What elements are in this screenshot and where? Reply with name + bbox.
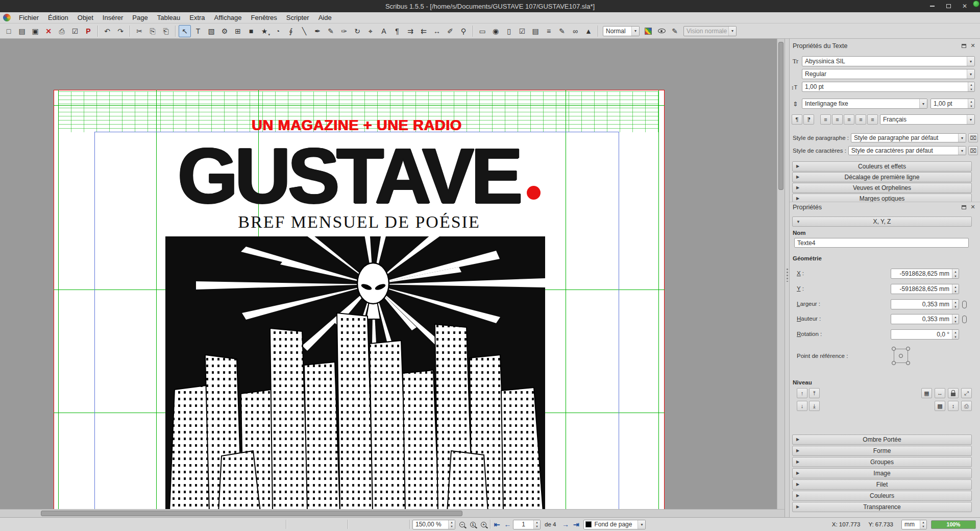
- object-name-input[interactable]: [794, 238, 969, 248]
- menu-extra[interactable]: Extra: [185, 12, 209, 23]
- width-height-link-icon[interactable]: [962, 301, 967, 308]
- next-page-button[interactable]: →: [560, 519, 571, 530]
- insert-calligraphy-icon[interactable]: ✑: [338, 25, 350, 37]
- zoom-tool-icon[interactable]: ⌖: [364, 25, 377, 37]
- line-spacing-input[interactable]: 1,00 pt ▲▼: [930, 99, 975, 109]
- zoom-in-button[interactable]: +: [478, 519, 489, 530]
- reference-point-selector[interactable]: [892, 347, 910, 365]
- document-canvas[interactable]: UN MAGAZINE + UNE RADIO GUSTAVE BREF MEN…: [0, 39, 777, 509]
- font-family-select[interactable]: Abyssinica SIL ▾: [802, 56, 975, 66]
- menu-scripter[interactable]: Scripter: [282, 12, 314, 23]
- spinner-buttons[interactable]: ▲▼: [952, 315, 959, 324]
- section-veuves-et-orphelines[interactable]: ▶Veuves et Orphelines: [792, 183, 972, 193]
- geometry-height-input[interactable]: 0,353 mm▲▼: [891, 314, 959, 324]
- horizontal-scrollbar-thumb[interactable]: [41, 511, 462, 516]
- pdf-radio-button-icon[interactable]: ◉: [489, 25, 502, 37]
- insert-arc-icon[interactable]: ◔: [272, 25, 284, 37]
- align-left-button[interactable]: ≡: [820, 114, 831, 125]
- reference-dot-center[interactable]: [899, 354, 903, 358]
- close-button[interactable]: ✕: [957, 0, 973, 12]
- unlink-text-frames-icon[interactable]: ⇇: [418, 25, 430, 37]
- close-document-icon[interactable]: ✕: [42, 25, 55, 37]
- menu-inserer[interactable]: Insérer: [98, 12, 128, 23]
- panel-splitter[interactable]: [785, 39, 789, 517]
- paragraph-ltr-button[interactable]: ¶: [792, 114, 802, 125]
- reference-dot-bottomright[interactable]: [906, 361, 910, 365]
- section-decalage-de-premiere-ligne[interactable]: ▶Décalage de première ligne: [792, 172, 972, 182]
- reference-dot-bottomleft[interactable]: [892, 361, 896, 365]
- print-document-icon[interactable]: ⎙: [56, 25, 68, 37]
- menu-fenetres[interactable]: Fenêtres: [247, 12, 282, 23]
- geometry-rotation-input[interactable]: 0,0 °▲▼: [891, 329, 959, 340]
- current-page-input[interactable]: 1 ▲▼: [513, 520, 541, 529]
- align-right-button[interactable]: ≡: [844, 114, 854, 125]
- paste-icon[interactable]: ⎗: [160, 25, 172, 37]
- flip-horizontal-button[interactable]: ↔: [935, 388, 945, 398]
- section-groupes[interactable]: ▶Groupes: [792, 457, 972, 467]
- remove-character-style-button[interactable]: ⌧: [968, 146, 978, 155]
- link-text-frames-icon[interactable]: ⇉: [404, 25, 416, 37]
- preflight-verifier-icon[interactable]: ☑: [69, 25, 81, 37]
- insert-shape-icon[interactable]: ■: [245, 25, 257, 37]
- float-panel-button[interactable]: [960, 42, 968, 50]
- open-document-icon[interactable]: ▤: [16, 25, 28, 37]
- lower-to-bottom-button[interactable]: ⤓: [809, 401, 820, 411]
- line-spacing-mode-select[interactable]: Interlignage fixe ▾: [802, 99, 927, 109]
- menu-aide[interactable]: Aide: [314, 12, 336, 23]
- magazine-subtitle-text[interactable]: BREF MENSUEL DE POÉSIE: [54, 212, 665, 232]
- font-size-input[interactable]: 1,00 pt ▲▼: [802, 82, 975, 92]
- cover-illustration[interactable]: [165, 236, 545, 509]
- minimize-button[interactable]: [924, 0, 940, 12]
- undo-icon[interactable]: ↶: [101, 25, 113, 37]
- insert-table-icon[interactable]: ⊞: [232, 25, 244, 37]
- select-item-icon[interactable]: ↖: [179, 25, 191, 37]
- unit-select[interactable]: mm ▲▼: [901, 520, 927, 529]
- magazine-kicker-text[interactable]: UN MAGAZINE + UNE RADIO: [94, 117, 619, 134]
- preview-mode-button[interactable]: [655, 25, 668, 37]
- pdf-list-box-icon[interactable]: ≡: [543, 25, 555, 37]
- spinner-buttons[interactable]: ▲▼: [968, 99, 974, 108]
- zoom-100-button[interactable]: 1: [468, 519, 478, 530]
- insert-freehand-icon[interactable]: ✎: [325, 25, 337, 37]
- geometry-width-input[interactable]: 0,353 mm▲▼: [891, 299, 959, 309]
- first-page-button[interactable]: ⇤: [492, 519, 502, 530]
- pdf-link-annotation-icon[interactable]: ∞: [569, 25, 581, 37]
- ungroup-button[interactable]: ▩: [935, 401, 945, 411]
- group-button[interactable]: ▦: [921, 388, 932, 398]
- pdf-text-field-icon[interactable]: ▯: [503, 25, 515, 37]
- spinner-buttons[interactable]: ▲▼: [952, 300, 959, 309]
- pdf-text-annotation-icon[interactable]: ✎: [556, 25, 568, 37]
- align-force-justify-button[interactable]: ≡: [867, 114, 878, 125]
- width-height-link-icon[interactable]: [962, 316, 967, 323]
- insert-bezier-icon[interactable]: ✒: [311, 25, 324, 37]
- spinner-buttons[interactable]: ▲▼: [533, 520, 540, 529]
- reference-dot-topright[interactable]: [906, 347, 910, 351]
- spinner-buttons[interactable]: ▲▼: [952, 269, 959, 278]
- section-couleurs[interactable]: ▶Couleurs: [792, 491, 972, 501]
- enable-printing-button[interactable]: ⎙: [961, 401, 972, 411]
- insert-line-icon[interactable]: ╲: [298, 25, 310, 37]
- rotate-item-icon[interactable]: ↻: [351, 25, 363, 37]
- eye-dropper-icon[interactable]: ⚲: [457, 25, 470, 37]
- font-style-select[interactable]: Regular ▾: [802, 69, 975, 79]
- lower-button[interactable]: ↓: [797, 401, 807, 411]
- copy-properties-icon[interactable]: ✐: [444, 25, 456, 37]
- copy-icon[interactable]: ⎘: [146, 25, 159, 37]
- menu-objet[interactable]: Objet: [73, 12, 98, 23]
- close-panel-button[interactable]: ✕: [969, 203, 977, 211]
- section-xyz[interactable]: ▼ X, Y, Z: [792, 216, 972, 227]
- pdf-combo-box-icon[interactable]: ▤: [529, 25, 542, 37]
- insert-image-frame-icon[interactable]: ▧: [205, 25, 217, 37]
- story-editor-icon[interactable]: ¶: [391, 25, 403, 37]
- flip-vertical-button[interactable]: ↕: [948, 401, 959, 411]
- geometry-x-input[interactable]: -5918628,625 mm▲▼: [891, 269, 959, 279]
- raise-to-top-button[interactable]: ⤒: [809, 388, 820, 398]
- section-filet[interactable]: ▶Filet: [792, 479, 972, 490]
- section-transparence[interactable]: ▶Transparence: [792, 502, 972, 512]
- reference-dot-topleft[interactable]: [892, 347, 896, 351]
- spinner-buttons[interactable]: ▲▼: [952, 284, 959, 294]
- section-couleurs-et-effets[interactable]: ▶Couleurs et effets: [792, 161, 972, 172]
- pdf-push-button-icon[interactable]: ▭: [476, 25, 488, 37]
- layer-select[interactable]: Fond de page ▾: [583, 520, 646, 529]
- insert-spiral-icon[interactable]: ∮: [285, 25, 297, 37]
